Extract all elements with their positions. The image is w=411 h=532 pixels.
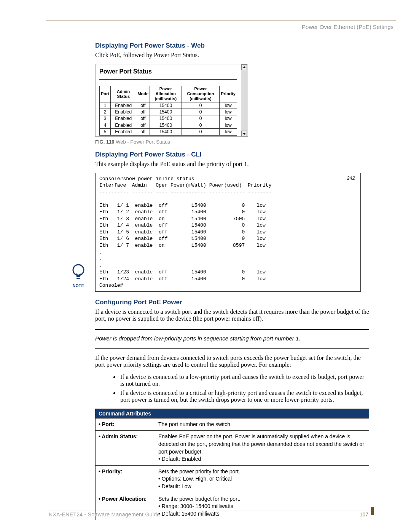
- table-row: 1Enabledoff154000low: [100, 102, 237, 109]
- para-web: Click PoE, followed by Power Port Status…: [95, 52, 369, 59]
- power-port-status-table: Port Admin Status Mode Power Allocation(…: [99, 86, 237, 136]
- table-row: • Admin Status:Enables PoE power on the …: [96, 431, 369, 465]
- col-alloc: Power Allocation(milliwatts): [150, 86, 182, 102]
- header-rule: [46, 21, 396, 21]
- bullet-list: If a device is connected to a low-priori…: [95, 374, 369, 403]
- cmd-cell: Sets the power budget for the port.• Ran…: [155, 493, 369, 520]
- note-label: NOTE: [67, 284, 90, 288]
- para-config-1: If a device is connected to a switch por…: [95, 308, 369, 322]
- list-item: If a device is connected to a low-priori…: [119, 374, 369, 387]
- table-row: • Port:The port number on the switch.: [96, 418, 369, 431]
- table-row: 2Enabledoff154000low: [100, 109, 237, 115]
- col-priority: Priority: [220, 86, 237, 102]
- screenshot-power-port-status: Power Port Status Port Admin Status Mode…: [95, 64, 369, 137]
- scrollbar[interactable]: [241, 64, 248, 137]
- footer-accent: [371, 507, 374, 515]
- col-mode: Mode: [136, 86, 150, 102]
- table-row: • Priority:Sets the power priority for t…: [96, 465, 369, 493]
- heading-config: Configuring Port PoE Power: [95, 299, 369, 306]
- cli-side-number: 242: [347, 175, 355, 182]
- cmd-header: Command Attributes: [96, 409, 369, 418]
- footer-rule: [46, 511, 374, 511]
- cmd-cell: Sets the power priority for the port.• O…: [155, 465, 369, 493]
- svg-rect-1: [76, 276, 80, 277]
- table-row: 3Enabledoff154000low: [100, 115, 237, 122]
- svg-rect-2: [76, 278, 80, 279]
- scroll-up-icon[interactable]: [241, 64, 247, 70]
- figure-caption: FIG. 110 Web - Power Port Status: [95, 139, 369, 145]
- heading-web: Displaying Port Power Status - Web: [95, 42, 369, 50]
- cli-output: 242Console#show power inline status Inte…: [95, 173, 361, 292]
- header-section-title: Power Over Ethernet (PoE) Settings: [302, 24, 393, 30]
- col-admin: Admin Status: [111, 86, 136, 102]
- page-number: 107: [360, 511, 368, 518]
- col-consume: Power Consumption(milliwatts): [182, 86, 220, 102]
- lightbulb-icon: [71, 263, 86, 281]
- table-row: 5Enabledoff154000low: [100, 129, 237, 135]
- footer-title: NXA-ENET24 - Software Management Guide: [49, 511, 160, 518]
- para-cli: This example displays the PoE status and…: [95, 161, 369, 168]
- para-config-2: If the power demand from devices connect…: [95, 355, 369, 368]
- svg-point-0: [73, 265, 84, 275]
- cmd-cell: The port number on the switch.: [155, 418, 369, 431]
- scroll-down-icon[interactable]: [241, 131, 247, 136]
- note-callout: NOTE: [67, 263, 90, 288]
- heading-cli: Displaying Port Power Status - CLI: [95, 151, 369, 158]
- col-port: Port: [100, 86, 111, 102]
- list-item: If a device is connected to a critical o…: [119, 390, 369, 403]
- command-attributes-table: Command Attributes • Port:The port numbe…: [95, 409, 369, 521]
- table-row: 4Enabledoff154000low: [100, 122, 237, 128]
- cmd-cell: Enables PoE power on the port. Power is …: [155, 431, 369, 465]
- note-text: Power is dropped from low-priority ports…: [95, 335, 369, 342]
- screenshot-title: Power Port Status: [96, 64, 241, 75]
